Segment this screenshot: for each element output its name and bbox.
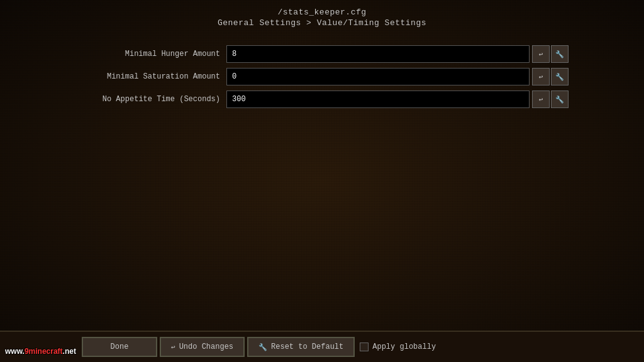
appetite-buttons: ↩ 🔧 <box>532 90 569 108</box>
minimal-saturation-input[interactable] <box>226 68 530 85</box>
watermark-text: www.9minecraft.net <box>5 347 76 356</box>
apply-globally-checkbox[interactable] <box>360 343 369 351</box>
settings-area: Minimal Hunger Amount ↩ 🔧 Minimal Satura… <box>0 33 644 331</box>
bottom-bar: Done ↩ Undo Changes 🔧 Reset to Default A… <box>0 331 644 362</box>
minimal-saturation-label: Minimal Saturation Amount <box>82 72 226 81</box>
saturation-buttons: ↩ 🔧 <box>532 68 569 85</box>
watermark-prefix: www. <box>5 347 25 356</box>
undo-changes-button[interactable]: ↩ Undo Changes <box>160 337 245 357</box>
breadcrumb: General Settings > Value/Timing Settings <box>0 18 644 28</box>
hunger-reset-btn[interactable]: 🔧 <box>551 45 569 63</box>
apply-globally-container: Apply globally <box>360 343 436 351</box>
watermark-brand: 9minecraft <box>25 347 63 356</box>
minimal-hunger-label: Minimal Hunger Amount <box>82 50 226 58</box>
setting-row-appetite: No Appetite Time (Seconds) ↩ 🔧 <box>82 90 569 108</box>
undo-label: Undo Changes <box>179 343 233 351</box>
hunger-undo-btn[interactable]: ↩ <box>532 45 550 63</box>
no-appetite-label: No Appetite Time (Seconds) <box>82 95 226 104</box>
no-appetite-input[interactable] <box>226 90 530 108</box>
appetite-reset-btn[interactable]: 🔧 <box>551 90 569 108</box>
watermark-suffix: .net <box>63 347 76 356</box>
apply-globally-label[interactable]: Apply globally <box>372 343 436 351</box>
undo-icon: ↩ <box>171 343 175 351</box>
file-path: /stats_keeper.cfg <box>0 8 644 17</box>
done-button[interactable]: Done <box>82 337 157 357</box>
reset-to-default-button[interactable]: 🔧 Reset to Default <box>247 337 355 357</box>
hunger-buttons: ↩ 🔧 <box>532 45 569 63</box>
setting-row-saturation: Minimal Saturation Amount ↩ 🔧 <box>82 68 569 85</box>
header: /stats_keeper.cfg General Settings > Val… <box>0 0 644 33</box>
saturation-reset-btn[interactable]: 🔧 <box>551 68 569 85</box>
reset-icon: 🔧 <box>258 343 267 351</box>
watermark: www.9minecraft.net <box>5 346 76 357</box>
main-container: /stats_keeper.cfg General Settings > Val… <box>0 0 644 362</box>
minimal-hunger-input[interactable] <box>226 45 530 63</box>
setting-row-hunger: Minimal Hunger Amount ↩ 🔧 <box>82 45 569 63</box>
saturation-undo-btn[interactable]: ↩ <box>532 68 550 85</box>
reset-label: Reset to Default <box>271 343 343 351</box>
appetite-undo-btn[interactable]: ↩ <box>532 90 550 108</box>
done-label: Done <box>111 343 129 351</box>
